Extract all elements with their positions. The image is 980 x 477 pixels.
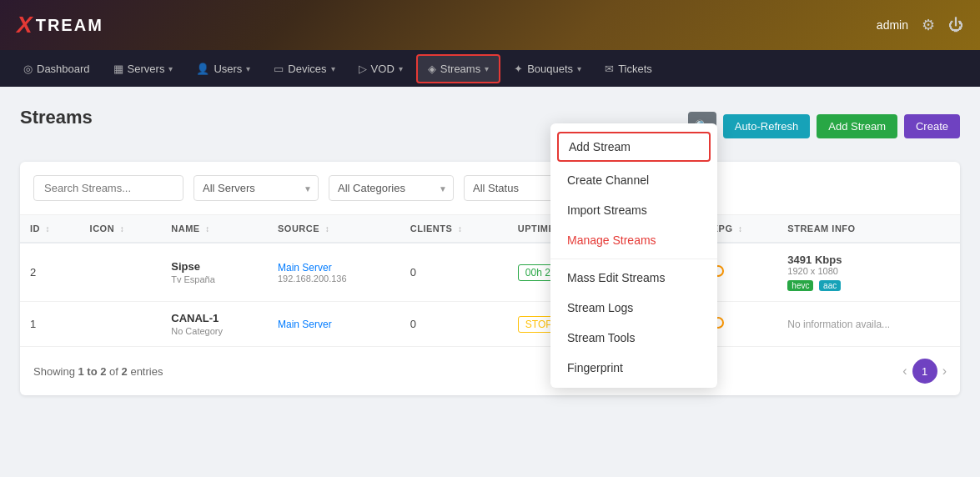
filters-row: All Servers All Categories All Status Sh…	[20, 162, 960, 215]
dropdown-item-mass-edit[interactable]: Mass Edit Streams	[550, 263, 717, 293]
logo-x-icon: X	[17, 12, 33, 38]
nav-item-dashboard[interactable]: ◎ Dashboard	[13, 56, 100, 82]
nav-label-users: Users	[214, 63, 242, 75]
dropdown-divider	[550, 259, 717, 259]
dropdown-item-add-stream[interactable]: Add Stream	[557, 132, 711, 162]
nav-label-vod: VOD	[371, 63, 395, 75]
vod-chevron-icon: ▾	[399, 64, 403, 73]
devices-icon: ▭	[274, 63, 284, 75]
dropdown-item-stream-tools[interactable]: Stream Tools	[550, 323, 717, 353]
stream-sub: No Category	[171, 326, 258, 336]
toolbar: 🔍 Auto-Refresh Add Stream Create	[688, 112, 960, 140]
streams-icon: ◈	[428, 63, 436, 75]
tickets-icon: ✉	[605, 63, 614, 75]
col-name[interactable]: NAME ↕	[161, 215, 268, 243]
pagination-range: 1 to 2	[78, 365, 106, 378]
auto-refresh-button[interactable]: Auto-Refresh	[723, 114, 811, 138]
nav-label-devices: Devices	[288, 63, 326, 75]
col-id[interactable]: ID ↕	[20, 215, 80, 243]
cell-name: CANAL-1 No Category	[161, 302, 268, 347]
table-row: 1 CANAL-1 No Category Main Server 0 STOP…	[20, 302, 960, 347]
create-button[interactable]: Create	[904, 114, 960, 138]
status-filter[interactable]: All Status	[464, 175, 564, 201]
categories-filter-wrapper: All Categories	[329, 175, 454, 201]
cell-stream-info: 3491 Kbps 1920 x 1080 hevc aac	[777, 243, 960, 302]
streams-dropdown-menu: Add Stream Create Channel Import Streams…	[550, 123, 717, 388]
dropdown-item-fingerprint[interactable]: Fingerprint	[550, 353, 717, 383]
servers-filter[interactable]: All Servers	[193, 175, 319, 201]
vod-icon: ▷	[359, 63, 367, 75]
col-source[interactable]: SOURCE ↕	[268, 215, 400, 243]
cell-icon	[80, 243, 162, 302]
content-area: Streams 🔍 Auto-Refresh Add Stream Create…	[0, 87, 980, 415]
source-server[interactable]: Main Server	[278, 262, 390, 274]
servers-icon: ▦	[113, 63, 123, 75]
top-bar-right: admin ⚙ ⏻	[877, 16, 963, 34]
servers-filter-wrapper: All Servers	[193, 175, 319, 201]
cell-id: 2	[20, 243, 80, 302]
nav-label-servers: Servers	[128, 63, 165, 75]
nav-item-bouquets[interactable]: ✦ Bouquets ▾	[504, 56, 591, 82]
cell-clients: 0	[400, 243, 508, 302]
nav-label-bouquets: Bouquets	[527, 63, 573, 75]
resolution: 1920 x 1080	[787, 266, 950, 276]
logo-text: TREAM	[36, 16, 103, 35]
video-codec-badge: hevc	[787, 280, 813, 291]
dropdown-item-manage-streams[interactable]: Manage Streams	[550, 225, 717, 255]
top-bar: X TREAM admin ⚙ ⏻	[0, 0, 980, 50]
cell-source: Main Server 192.168.200.136	[268, 243, 400, 302]
bouquets-chevron-icon: ▾	[577, 64, 581, 73]
page-1-button[interactable]: 1	[912, 359, 937, 384]
settings-button[interactable]: ⚙	[922, 16, 935, 34]
add-stream-button[interactable]: Add Stream	[817, 114, 897, 138]
servers-chevron-icon: ▾	[168, 64, 173, 73]
source-server[interactable]: Main Server	[278, 319, 390, 330]
streams-table: ID ↕ ICON ↕ NAME ↕ SOURCE ↕ CLIENTS ↕ UP…	[20, 215, 960, 347]
table-row: 2 Sipse Tv España Main Server 192.168.20…	[20, 243, 960, 302]
col-stream-info: STREAM INFO	[777, 215, 960, 243]
nav-item-devices[interactable]: ▭ Devices ▾	[264, 56, 344, 82]
col-icon[interactable]: ICON ↕	[80, 215, 162, 243]
dashboard-icon: ◎	[23, 63, 33, 75]
page-title: Streams	[20, 107, 93, 128]
pagination-total: 2	[122, 365, 128, 378]
cell-icon	[80, 302, 162, 347]
col-clients[interactable]: CLIENTS ↕	[400, 215, 508, 243]
dropdown-item-stream-logs[interactable]: Stream Logs	[550, 293, 717, 323]
admin-label: admin	[877, 18, 908, 32]
nav-bar: ◎ Dashboard ▦ Servers ▾ 👤 Users ▾ ▭ Devi…	[0, 50, 980, 87]
users-chevron-icon: ▾	[246, 64, 250, 73]
page-buttons: ‹ 1 ›	[902, 359, 947, 384]
dropdown-item-import-streams[interactable]: Import Streams	[550, 195, 717, 225]
power-button[interactable]: ⏻	[948, 17, 963, 34]
table-header-row: ID ↕ ICON ↕ NAME ↕ SOURCE ↕ CLIENTS ↕ UP…	[20, 215, 960, 243]
no-info-text: No information availa...	[787, 319, 890, 330]
dropdown-item-create-channel[interactable]: Create Channel	[550, 165, 717, 195]
logo: X TREAM	[17, 12, 103, 38]
cell-name: Sipse Tv España	[161, 243, 268, 302]
codecs: hevc aac	[787, 279, 950, 291]
nav-label-streams: Streams	[440, 63, 480, 75]
cell-source: Main Server	[268, 302, 400, 347]
cell-id: 1	[20, 302, 80, 347]
prev-page-button[interactable]: ‹	[902, 364, 907, 379]
nav-label-tickets: Tickets	[618, 63, 652, 75]
devices-chevron-icon: ▾	[331, 64, 335, 73]
search-input[interactable]	[33, 175, 183, 201]
bitrate: 3491 Kbps	[787, 254, 950, 266]
nav-item-tickets[interactable]: ✉ Tickets	[595, 56, 662, 82]
pagination-info: Showing 1 to 2 of 2 entries	[33, 365, 163, 378]
next-page-button[interactable]: ›	[942, 364, 947, 379]
status-filter-wrapper: All Status	[464, 175, 564, 201]
bouquets-icon: ✦	[514, 63, 523, 75]
pagination: Showing 1 to 2 of 2 entries ‹ 1 ›	[20, 347, 960, 395]
nav-item-vod[interactable]: ▷ VOD ▾	[349, 56, 413, 82]
streams-chevron-icon: ▾	[485, 64, 489, 73]
nav-label-dashboard: Dashboard	[37, 63, 90, 75]
stream-name: Sipse	[171, 260, 258, 273]
nav-item-users[interactable]: 👤 Users ▾	[186, 56, 260, 82]
cell-stream-info: No information availa...	[777, 302, 960, 347]
nav-item-servers[interactable]: ▦ Servers ▾	[103, 56, 183, 82]
nav-item-streams[interactable]: ◈ Streams ▾	[416, 54, 500, 83]
categories-filter[interactable]: All Categories	[329, 175, 454, 201]
